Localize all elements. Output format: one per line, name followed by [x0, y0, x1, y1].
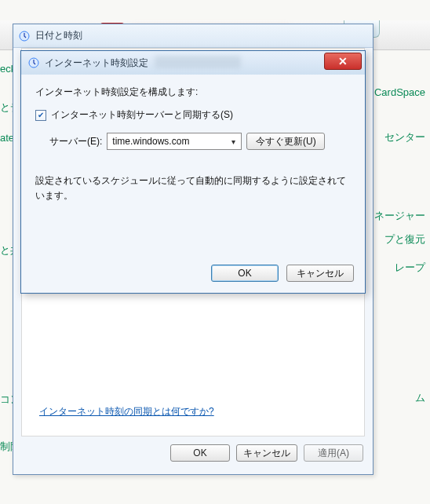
check-icon: ✔	[38, 111, 44, 119]
ok-button[interactable]: OK	[170, 444, 230, 462]
cancel-button[interactable]: キャンセル	[236, 444, 297, 462]
date-time-titlebar[interactable]: 日付と時刻	[13, 24, 373, 48]
heading-text: インターネット時刻設定を構成します:	[35, 86, 351, 99]
date-time-button-row: OK キャンセル 適用(A)	[13, 444, 373, 468]
close-button[interactable]: ✕	[324, 53, 362, 70]
chevron-down-icon: ▾	[227, 134, 239, 148]
blur-region	[155, 56, 241, 68]
sync-checkbox[interactable]: ✔	[35, 110, 46, 121]
bg-text: センター	[384, 130, 425, 144]
server-row: サーバー(E): time.windows.com ▾ 今すぐ更新(U)	[35, 133, 351, 150]
cancel-button[interactable]: キャンセル	[286, 265, 354, 282]
clock-icon	[18, 30, 31, 42]
internet-time-body: インターネット時刻設定を構成します: ✔ インターネット時刻サーバーと同期する(…	[21, 75, 365, 293]
bg-text: レープ	[395, 261, 425, 275]
internet-time-button-row: OK キャンセル	[211, 265, 354, 282]
bg-text: ム	[415, 391, 425, 405]
internet-time-titlebar[interactable]: インターネット時刻設定 ✕	[21, 51, 365, 75]
sync-checkbox-label: インターネット時刻サーバーと同期する(S)	[51, 108, 233, 122]
server-label: サーバー(E):	[49, 135, 102, 148]
server-combo-value: time.windows.com	[112, 136, 189, 147]
internet-time-dialog: インターネット時刻設定 ✕ インターネット時刻設定を構成します: ✔ インターネ…	[20, 50, 366, 294]
internet-time-title: インターネット時刻設定	[45, 57, 148, 70]
clock-icon	[27, 57, 40, 69]
bg-text: プと復元	[384, 232, 425, 247]
schedule-info-text: 設定されているスケジュールに従って自動的に同期するように設定されています。	[35, 173, 351, 203]
bg-text: CardSpace	[374, 86, 425, 98]
update-now-button[interactable]: 今すぐ更新(U)	[246, 133, 325, 150]
sync-help-link[interactable]: インターネット時刻の同期とは何ですか?	[39, 405, 214, 418]
close-icon: ✕	[338, 55, 348, 68]
date-time-title: 日付と時刻	[35, 29, 82, 42]
server-combo[interactable]: time.windows.com ▾	[107, 133, 242, 150]
apply-button[interactable]: 適用(A)	[304, 444, 363, 462]
sync-checkbox-row: ✔ インターネット時刻サーバーと同期する(S)	[35, 108, 351, 122]
ok-button[interactable]: OK	[211, 265, 279, 282]
